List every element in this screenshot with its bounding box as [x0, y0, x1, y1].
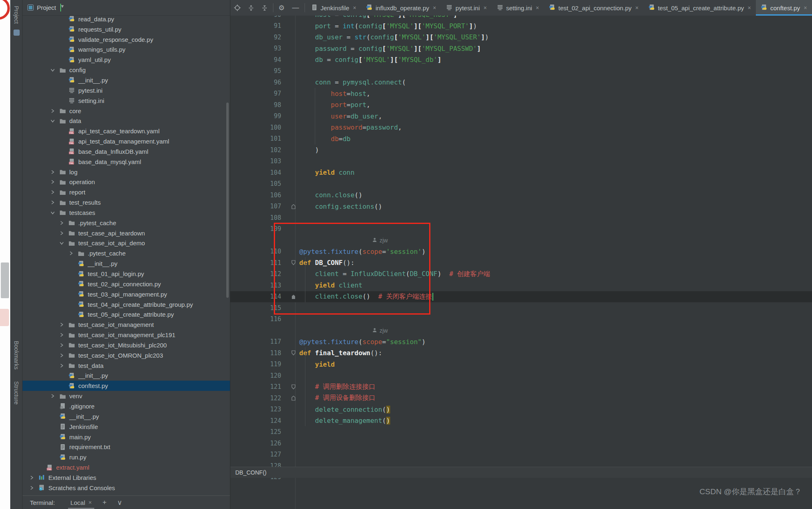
tree-item[interactable]: operation: [23, 177, 230, 187]
mark-f-gutter-icon[interactable]: [288, 294, 299, 299]
tree-item[interactable]: read_data.py: [23, 16, 230, 24]
tree-item[interactable]: test_case_api_teardown: [23, 228, 230, 238]
tree-item[interactable]: pytest.ini: [23, 85, 230, 96]
page-scrollbar-thumb[interactable]: [1, 262, 9, 298]
tree-item[interactable]: test_01_api_login.py: [23, 269, 230, 279]
tree-item[interactable]: main.py: [23, 432, 230, 442]
tree-item[interactable]: .pytest_cache: [23, 218, 230, 228]
floating-button-edge[interactable]: [0, 309, 9, 326]
editor-tab[interactable]: pytest.ini×: [441, 0, 491, 16]
chevron-down-icon[interactable]: [50, 68, 59, 72]
tree-item[interactable]: YMLbase_data_mysql.yaml: [23, 157, 230, 167]
editor-tab[interactable]: setting.ini×: [492, 0, 544, 16]
chevron-down-icon[interactable]: [50, 119, 59, 123]
close-icon[interactable]: ×: [804, 5, 807, 11]
tree-item[interactable]: test_case_iot_management_plc191: [23, 330, 230, 340]
tree-item[interactable]: validate_response_code.py: [23, 34, 230, 45]
chevron-right-icon[interactable]: [59, 343, 68, 347]
tree-item[interactable]: test_results: [23, 197, 230, 208]
editor-tab[interactable]: conftest.py×: [756, 0, 812, 16]
tree-item[interactable]: YMLbase_data_InfluxDB.yaml: [23, 146, 230, 157]
chevron-right-icon[interactable]: [59, 353, 68, 358]
chevron-down-icon[interactable]: ∨: [117, 498, 122, 507]
chevron-right-icon[interactable]: [30, 486, 39, 490]
chevron-right-icon[interactable]: [69, 251, 78, 256]
tree-item[interactable]: test_04_api_create_attribute_group.py: [23, 299, 230, 310]
mark-o-gutter-icon[interactable]: [288, 204, 299, 209]
chevron-right-icon[interactable]: [59, 231, 68, 235]
tree-item[interactable]: YMLextract.yaml: [23, 462, 230, 472]
tree-item[interactable]: data: [23, 116, 230, 126]
fold-gutter-icon[interactable]: [288, 260, 299, 265]
editor-tab[interactable]: Jenkinsfile×: [306, 0, 361, 16]
collapse-all-icon[interactable]: [258, 0, 271, 16]
tree-item[interactable]: test_data: [23, 361, 230, 371]
tree-item[interactable]: setting.ini: [23, 96, 230, 106]
close-icon[interactable]: ×: [433, 5, 436, 11]
tree-item[interactable]: .gitignore: [23, 401, 230, 411]
fold-gutter-icon[interactable]: [288, 384, 299, 390]
close-icon[interactable]: ×: [748, 5, 751, 11]
expand-all-icon[interactable]: [244, 0, 258, 16]
close-icon[interactable]: ×: [635, 5, 639, 11]
tree-item[interactable]: config: [23, 65, 230, 75]
tree-item[interactable]: test_03_api_management.py: [23, 289, 230, 299]
chevron-down-icon[interactable]: [59, 241, 68, 245]
tree-item[interactable]: test_case_iot_api_demo: [23, 238, 230, 249]
chevron-right-icon[interactable]: [59, 363, 68, 368]
project-tree[interactable]: read_data.pyrequests_util.pyvalidate_res…: [23, 16, 230, 495]
tree-item[interactable]: requirement.txt: [23, 442, 230, 452]
chevron-right-icon[interactable]: [59, 322, 68, 327]
tree-item[interactable]: Jenkinsfile: [23, 422, 230, 432]
tree-item[interactable]: requests_util.py: [23, 24, 230, 34]
stripe-structure-button[interactable]: Structure: [13, 381, 20, 405]
chevron-right-icon[interactable]: [50, 200, 59, 205]
tree-scrollbar-thumb[interactable]: [226, 103, 229, 298]
stripe-bookmarks-button[interactable]: Bookmarks: [13, 341, 20, 370]
close-icon[interactable]: ×: [536, 5, 539, 11]
editor-tab[interactable]: test_05_api_create_attribute.py×: [644, 0, 756, 16]
tree-item[interactable]: YMLapi_test_case_teardown.yaml: [23, 126, 230, 136]
project-panel-header[interactable]: Project ▼: [23, 0, 230, 16]
chevron-right-icon[interactable]: [30, 475, 39, 480]
chevron-down-icon[interactable]: [50, 210, 59, 215]
tree-item[interactable]: test_case_iot_OMRON_plc203: [23, 350, 230, 361]
tree-item[interactable]: conftest.py: [23, 381, 230, 391]
tree-item[interactable]: test_case_iot_Mitsubishi_plc200: [23, 340, 230, 350]
fold-gutter-icon[interactable]: [288, 350, 299, 356]
code-editor[interactable]: 90 host = config['MYSQL']['MYSQL_HOST']9…: [230, 16, 812, 509]
tree-item[interactable]: __init__.py: [23, 411, 230, 422]
tree-item[interactable]: YMLapi_test_data_management.yaml: [23, 136, 230, 146]
chevron-right-icon[interactable]: [59, 221, 68, 225]
tree-item[interactable]: test_case_iot_management: [23, 320, 230, 330]
hide-panel-icon[interactable]: —: [289, 0, 303, 16]
tree-item[interactable]: testcases: [23, 208, 230, 218]
chevron-right-icon[interactable]: [50, 394, 59, 398]
tree-item[interactable]: test_02_api_connection.py: [23, 279, 230, 289]
tree-item[interactable]: __init__.py: [23, 258, 230, 269]
editor-tab[interactable]: test_02_api_connection.py×: [544, 0, 644, 16]
close-icon[interactable]: ×: [353, 5, 356, 11]
terminal-tab-local[interactable]: Local ×: [71, 496, 92, 509]
project-tool-icon[interactable]: [14, 30, 20, 36]
tree-item[interactable]: venv: [23, 391, 230, 401]
tree-item[interactable]: test_05_api_create_attribute.py: [23, 309, 230, 320]
tree-item[interactable]: yaml_util.py: [23, 55, 230, 65]
tree-item[interactable]: External Libraries: [23, 472, 230, 483]
tree-item[interactable]: __init__.py: [23, 75, 230, 85]
tree-item[interactable]: warnings_utils.py: [23, 45, 230, 55]
chevron-right-icon[interactable]: [50, 109, 59, 113]
tree-item[interactable]: Scratches and Consoles: [23, 483, 230, 493]
tree-item[interactable]: core: [23, 106, 230, 116]
chevron-right-icon[interactable]: [59, 333, 68, 337]
editor-area[interactable]: ⚙ — Jenkinsfile×influxdb_operate.py×pyte…: [230, 0, 812, 509]
close-icon[interactable]: ×: [484, 5, 487, 11]
tree-item[interactable]: .pytest_cache: [23, 248, 230, 258]
add-terminal-button[interactable]: +: [102, 498, 107, 507]
tree-item[interactable]: __init__.py: [23, 371, 230, 381]
stripe-project-button[interactable]: Project: [13, 6, 20, 24]
tree-item[interactable]: log: [23, 167, 230, 177]
editor-tab[interactable]: influxdb_operate.py×: [361, 0, 441, 16]
tree-item[interactable]: report: [23, 187, 230, 197]
tree-item[interactable]: run.py: [23, 452, 230, 462]
